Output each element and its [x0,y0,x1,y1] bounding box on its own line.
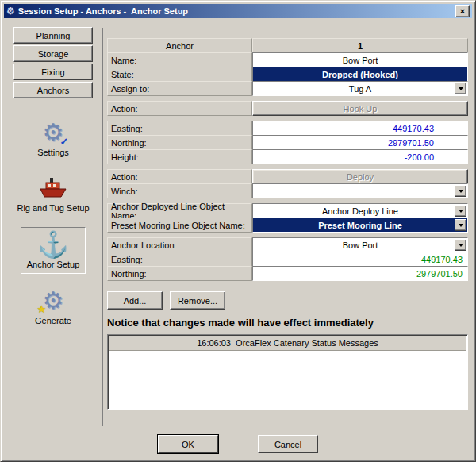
sidebar-tools: ⚙ ✓ Settings Rig and Tug Setup [9,116,98,329]
easting-label: Easting: [107,121,252,136]
add-remove-row: Add... Remove... [107,291,468,310]
preset-line-select[interactable]: Preset Mooring Line [252,218,468,233]
chevron-down-icon[interactable] [455,205,466,217]
close-button[interactable]: × [455,5,470,17]
settings-gear-icon: ⚙ ✓ [43,120,64,145]
tool-rig-and-tug-label: Rig and Tug Setup [17,203,89,213]
northing-field[interactable]: 2979701.50 [252,135,468,150]
sidebar-tab-fixing[interactable]: Fixing [13,64,93,80]
form-row-easting1: Easting: 449170.43 [107,121,468,136]
deployed-line-label: Anchor Deployed Line Object Name: [107,203,252,218]
sidebar-tab-anchors[interactable]: Anchors [13,82,93,98]
chevron-down-glyph [459,210,463,213]
sidebar-tab-label: Storage [38,49,69,59]
form-row-anchor-location: Anchor Location Bow Port [107,237,468,252]
assign-to-value: Tug A [349,84,371,94]
form-group-hookup: Action: Hook Up [107,101,468,116]
tool-anchor-setup[interactable]: ⚓ Anchor Setup [21,227,86,274]
preset-line-label: Preset Mooring Line Object Name: [107,218,252,233]
winch-select[interactable] [252,183,468,198]
main-panel: Anchor 1 Name: Bow Port State: Dropped (… [102,28,468,426]
form-row-height: Height: -200.00 [107,149,468,164]
star-icon: ★ [37,303,47,315]
sidebar-tab-storage[interactable]: Storage [13,45,93,62]
window-title: Session Setup - Anchors - Anchor Setup [18,6,452,16]
form-row-assign-to: Assign to: Tug A [107,81,468,96]
form-group-lines: Anchor Deployed Line Object Name: Anchor… [107,203,468,233]
dialog-button-bar: OK Cancel [1,435,475,453]
form-row-state: State: Dropped (Hooked) [107,67,468,82]
easting2-label: Easting: [107,252,252,267]
northing2-field[interactable]: 2979701.50 [252,266,468,281]
northing2-label: Northing: [107,266,252,281]
tool-settings[interactable]: ⚙ ✓ Settings [32,116,75,161]
form-row-northing2: Northing: 2979701.50 [107,266,468,281]
form-row-action-deploy: Action: Deploy [107,169,468,184]
state-field[interactable]: Dropped (Hooked) [252,67,468,82]
easting2-field[interactable]: 449170.43 [252,252,468,267]
form-row-name: Name: Bow Port [107,52,468,67]
height-field[interactable]: -200.00 [252,149,468,164]
anchor-glyph: ⚓ [37,232,69,257]
notice-text: Notice that changes made will have effec… [107,317,468,329]
sidebar-tab-planning[interactable]: Planning [13,27,93,44]
anchor-location-select[interactable]: Bow Port [252,237,468,252]
tool-rig-and-tug-setup[interactable]: Rig and Tug Setup [11,171,94,217]
close-icon: × [460,7,465,15]
name-field[interactable]: Bow Port [252,52,468,67]
form-group-position: Easting: 449170.43 Northing: 2979701.50 … [107,121,468,164]
form-row-header: Anchor 1 [107,38,468,53]
form-group-deploy: Action: Deploy Winch: [107,169,468,198]
tool-anchor-setup-label: Anchor Setup [27,260,80,269]
check-icon: ✓ [60,136,69,148]
add-button[interactable]: Add... [107,291,163,310]
winch-label: Winch: [107,183,252,198]
deployed-line-select[interactable]: Anchor Deploy Line [252,203,468,218]
chevron-down-icon[interactable] [455,219,466,231]
tool-generate-label: Generate [35,316,71,325]
deployed-line-value: Anchor Deploy Line [322,206,398,216]
title-bar[interactable]: ⚙ Session Setup - Anchors - Anchor Setup… [4,4,472,18]
chevron-down-glyph [459,190,463,193]
chevron-down-icon[interactable] [455,83,466,94]
chevron-down-glyph [459,244,463,247]
status-list-body[interactable] [109,351,466,408]
state-label: State: [107,67,252,82]
tool-settings-label: Settings [37,148,69,157]
ok-button[interactable]: OK [158,435,218,453]
form-group-identity: Anchor 1 Name: Bow Port State: Dropped (… [107,38,468,96]
preset-line-value: Preset Mooring Line [318,221,402,230]
assign-to-label: Assign to: [107,81,252,96]
tugboat-icon [39,175,67,201]
form-row-northing1: Northing: 2979701.50 [107,135,468,150]
sidebar: Planning Storage Fixing Anchors ⚙ ✓ Sett… [9,27,98,329]
remove-button[interactable]: Remove... [170,291,225,310]
form-row-preset-line: Preset Mooring Line Object Name: Preset … [107,218,468,233]
status-message-list[interactable]: 16:06:03 OrcaFlex Catenary Status Messag… [107,334,468,410]
easting-field[interactable]: 449170.43 [252,121,468,136]
chevron-down-icon[interactable] [455,185,466,197]
sidebar-tab-label: Anchors [37,86,69,95]
anchor-icon: ⚓ [37,232,69,257]
sidebar-tab-label: Fixing [41,67,64,77]
height-label: Height: [107,149,252,164]
anchor-column-header: Anchor [107,38,252,53]
form-row-easting2: Easting: 449170.43 [107,252,468,267]
action-hookup-label: Action: [107,101,252,116]
anchor-index-header: 1 [252,38,468,53]
form-group-location: Anchor Location Bow Port Easting: 449170… [107,237,468,281]
anchor-location-value: Bow Port [343,241,378,250]
tool-generate[interactable]: ⚙ ★ Generate [29,284,77,329]
app-icon: ⚙ [6,6,15,16]
anchor-location-label: Anchor Location [107,237,252,252]
form-row-deployed-line: Anchor Deployed Line Object Name: Anchor… [107,203,468,218]
cancel-button[interactable]: Cancel [258,435,318,453]
status-list-header: 16:06:03 OrcaFlex Catenary Status Messag… [109,336,466,351]
chevron-down-glyph [459,224,463,227]
deploy-button[interactable]: Deploy [252,169,468,184]
hook-up-button[interactable]: Hook Up [252,101,468,116]
chevron-down-icon[interactable] [455,239,466,251]
generate-gear-icon: ⚙ ★ [43,288,64,314]
action-deploy-label: Action: [107,169,252,184]
assign-to-select[interactable]: Tug A [252,81,468,96]
